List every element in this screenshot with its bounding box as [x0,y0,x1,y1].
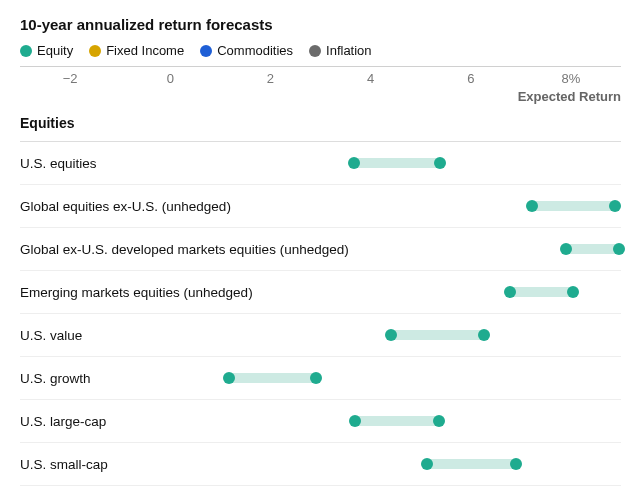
chart-row: U.S. equities [20,142,621,185]
axis-tick: 2 [267,71,274,86]
range-high-dot-icon [310,372,322,384]
legend-label: Inflation [326,43,372,58]
range-bar [355,416,439,426]
row-label: U.S. small-cap [20,457,116,472]
row-label: Emerging markets equities (unhedged) [20,285,261,300]
range-low-dot-icon [348,157,360,169]
row-label: U.S. growth [20,371,99,386]
chart-row: Global ex-U.S. developed markets equitie… [20,228,621,271]
range-bar [354,158,440,168]
row-plot [261,271,621,313]
legend-item: Equity [20,43,73,58]
range-high-dot-icon [510,458,522,470]
row-plot [94,486,621,500]
chart-row: U.S. large-cap [20,400,621,443]
range-low-dot-icon [504,286,516,298]
axis-tick: 4 [367,71,374,86]
legend-dot-icon [89,45,101,57]
range-low-dot-icon [421,458,433,470]
range-bar [510,287,573,297]
axis-right-label: Expected Return [518,89,621,104]
legend-dot-icon [309,45,321,57]
range-high-dot-icon [609,200,621,212]
range-low-dot-icon [385,329,397,341]
legend-dot-icon [20,45,32,57]
axis-tick: 6 [467,71,474,86]
row-plot [357,228,621,270]
row-label: U.S. large-cap [20,414,114,429]
chart-row: U.S. growth [20,357,621,400]
axis-tick: −2 [63,71,78,86]
range-low-dot-icon [223,372,235,384]
axis-tick: 0 [167,71,174,86]
range-high-dot-icon [567,286,579,298]
legend-item: Inflation [309,43,372,58]
legend-item: Commodities [200,43,293,58]
chart-title: 10-year annualized return forecasts [20,16,621,33]
range-high-dot-icon [434,157,446,169]
range-high-dot-icon [433,415,445,427]
range-low-dot-icon [349,415,361,427]
range-bar [391,330,484,340]
row-label: Global ex-U.S. developed markets equitie… [20,242,357,257]
legend-item: Fixed Income [89,43,184,58]
chart-row: U.S. small-cap [20,443,621,486]
row-label: U.S. equities [20,156,105,171]
row-plot [239,185,621,227]
row-label: Global equities ex-U.S. (unhedged) [20,199,239,214]
legend: EquityFixed IncomeCommoditiesInflation [20,43,621,58]
row-plot [105,142,621,184]
chart-row: U.S. REITs [20,486,621,500]
chart-row: Global equities ex-U.S. (unhedged) [20,185,621,228]
legend-dot-icon [200,45,212,57]
range-high-dot-icon [478,329,490,341]
row-plot [114,400,621,442]
range-low-dot-icon [560,243,572,255]
range-high-dot-icon [613,243,625,255]
chart-row: Emerging markets equities (unhedged) [20,271,621,314]
row-plot [116,443,621,485]
x-axis: −202468% Expected Return [20,66,621,111]
section-heading-equities: Equities [20,111,621,142]
legend-label: Equity [37,43,73,58]
range-bar [427,459,515,469]
range-bar [566,244,619,254]
row-plot [90,314,621,356]
range-low-dot-icon [526,200,538,212]
row-label: U.S. value [20,328,90,343]
legend-label: Commodities [217,43,293,58]
row-plot [99,357,621,399]
legend-label: Fixed Income [106,43,184,58]
range-bar [532,201,615,211]
chart-row: U.S. value [20,314,621,357]
axis-tick: 8% [562,71,581,86]
range-bar [229,373,316,383]
